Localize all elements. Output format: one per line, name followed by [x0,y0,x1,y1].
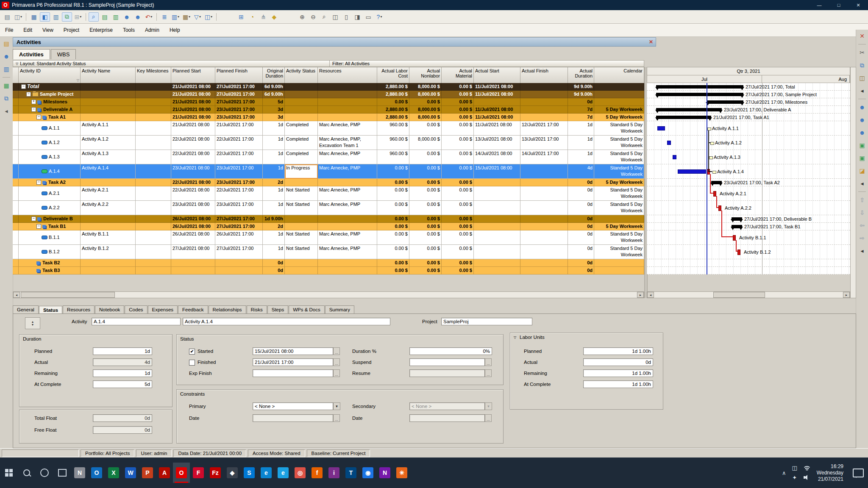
menu-admin[interactable]: Admin [140,25,164,35]
details-tab-relationships[interactable]: Relationships [209,305,246,313]
cell-actual-material[interactable]: 0.00 $ [442,136,474,150]
cell-actual-nonlabor[interactable]: 8,000.00 $ [409,91,442,98]
cell-actual-material[interactable]: 0.00 $ [442,201,474,215]
taskbar-app-edge[interactable]: e [258,463,275,483]
activity-network-icon[interactable]: ⧉ [62,12,72,22]
column-header[interactable]: Actual Finish [520,67,568,83]
assign-code-icon[interactable]: ▣ [857,141,867,150]
cell-actual-labor-cost[interactable]: 0.00 $ [377,223,409,230]
table-row[interactable]: −Deliverable B26/Jul/2021 08:0027/Jul/20… [13,215,644,223]
start-button[interactable] [2,466,16,480]
exp-finish-field[interactable] [253,369,333,377]
cell-planned-start[interactable]: 22/Jul/2021 08:00 [171,136,215,150]
cell-calendar[interactable]: 5 Day Workweek [594,223,644,230]
cell-resources[interactable]: Marc Arnecke, PMP, Excavation Team 1 [318,136,377,150]
cell-activity-name[interactable]: Activity A.1.1 [81,121,136,136]
taskbar-app-red-f[interactable]: F [190,463,207,483]
print-icon[interactable]: ▤ [2,12,12,22]
cell-actual-material[interactable]: 0.00 $ [442,245,474,259]
cell-actual-finish[interactable] [520,259,568,267]
collapse-strip-icon[interactable]: ◂ [857,86,867,95]
cell-planned-finish[interactable]: 22/Jul/2021 17:00 [215,136,263,150]
columns-narrow-icon[interactable]: ▯ [341,12,351,22]
cell-original-duration[interactable]: 1d [263,186,285,201]
cell-resources[interactable]: Marc Arnecke, PMP [318,186,377,201]
cell-actual-labor-cost[interactable]: 0.00 $ [377,245,409,259]
cell-actual-material[interactable]: 0.00 $ [442,186,474,201]
undo-icon[interactable]: ↶▾ [144,12,154,22]
cell-actual-material[interactable]: 0.00 $ [442,121,474,136]
cell-original-duration[interactable]: 1d [263,164,285,179]
cell-actual-material[interactable]: 0.00 $ [442,179,474,186]
cell-activity-name[interactable]: Activity A.1.4 [81,164,136,179]
cell-resources[interactable]: Marc Arnecke, PMP [318,245,377,259]
planned-units-field[interactable]: 1d 1.00h [583,347,653,355]
move-up-icon[interactable]: ⇧ [857,195,867,205]
gantt-bar-rem[interactable] [713,191,716,197]
cell-resources[interactable] [318,106,377,114]
cell-actual-material[interactable]: 0.00 $ [442,223,474,230]
cell-key-milestones[interactable] [136,106,171,114]
cell-actual-nonlabor[interactable]: 8,000.00 $ [409,106,442,114]
cell-planned-start[interactable]: 21/Jul/2021 08:00 [171,83,215,91]
scroll-right-icon[interactable]: ▸ [637,292,644,298]
cell-actual-nonlabor[interactable]: 0.00 $ [409,98,442,106]
cell-planned-start[interactable]: 21/Jul/2021 08:00 [171,121,215,136]
assign-resources-icon[interactable]: ☻ [857,115,867,125]
chart-icon[interactable]: ▥ [111,12,121,22]
started-date-browse-button[interactable]: ... [333,347,340,355]
cell-actual-labor-cost[interactable]: 960.00 $ [377,136,409,150]
cell-actual-material[interactable]: 0.00 $ [442,114,474,121]
cell-planned-finish[interactable]: 27/Jul/2021 17:00 [215,83,263,91]
finished-date-field[interactable]: 21/Jul/2021 17:00 [253,358,333,366]
cell-key-milestones[interactable] [136,98,171,106]
cell-activity-status[interactable] [285,267,318,274]
activity-id-cell[interactable]: −Task A1 [19,114,81,121]
cell-activity-status[interactable]: Completed [285,136,318,150]
menu-enterprise[interactable]: Enterprise [84,25,118,35]
cell-original-duration[interactable]: 0d [263,267,285,274]
cell-planned-finish[interactable]: 26/Jul/2021 17:00 [215,230,263,245]
details-tab-wps-docs[interactable]: WPs & Docs [289,305,325,313]
column-header[interactable]: Calendar [594,67,644,83]
cell-activity-status[interactable] [285,259,318,267]
gantt-bar-act[interactable] [657,126,665,130]
zoom-in-icon[interactable]: ⊕ [297,12,307,22]
cell-resources[interactable] [318,267,377,274]
cell-actual-nonlabor[interactable]: 0.00 $ [409,186,442,201]
cell-planned-finish[interactable] [215,259,263,267]
resources-icon[interactable]: ☻ [2,52,11,61]
at-complete-duration-field[interactable]: 5d [93,380,152,388]
cell-actual-start[interactable]: 15/Jul/2021 08:00 [474,164,520,179]
column-header[interactable]: Planned Finish [215,67,263,83]
cell-actual-duration[interactable]: 7d [568,106,594,114]
cell-actual-finish[interactable] [520,106,568,114]
gantt-scroll-right-icon[interactable]: ▸ [843,292,850,298]
cell-activity-name[interactable]: Activity A.2.1 [81,186,136,201]
gantt-bar-act[interactable] [673,155,676,159]
cell-planned-start[interactable]: 21/Jul/2021 08:00 [171,106,215,114]
search-icon[interactable] [19,466,34,480]
column-header[interactable]: Resources [318,67,377,83]
menu-tools[interactable]: Tools [118,25,140,35]
tray-camera-icon[interactable]: ◫ [792,465,797,471]
cell-actual-duration[interactable]: 0d [568,259,594,267]
taskbar-app-notes[interactable]: N [71,463,88,483]
cell-actual-nonlabor[interactable]: 0.00 $ [409,215,442,223]
gantt-vertical-scrollbar[interactable] [850,67,856,298]
cell-actual-nonlabor[interactable]: 0.00 $ [409,259,442,267]
menu-project[interactable]: Project [58,25,84,35]
taskbar-app-powerpoint[interactable]: P [139,463,156,483]
cell-actual-duration[interactable]: 9d 9.00h [568,91,594,98]
cell-actual-finish[interactable] [520,83,568,91]
cell-activity-status[interactable] [285,215,318,223]
print-preview-icon[interactable]: ◫▾ [13,12,23,22]
cell-resources[interactable] [318,114,377,121]
assign-role-icon[interactable]: ☻ [857,128,867,137]
cell-original-duration[interactable]: 1d [263,245,285,259]
gantt-bar-sum[interactable] [711,181,722,184]
cell-actual-duration[interactable]: 0d [568,179,594,186]
cell-resources[interactable] [318,98,377,106]
column-header[interactable]: Actual Nonlabor [409,67,442,83]
cell-planned-start[interactable] [171,259,215,267]
